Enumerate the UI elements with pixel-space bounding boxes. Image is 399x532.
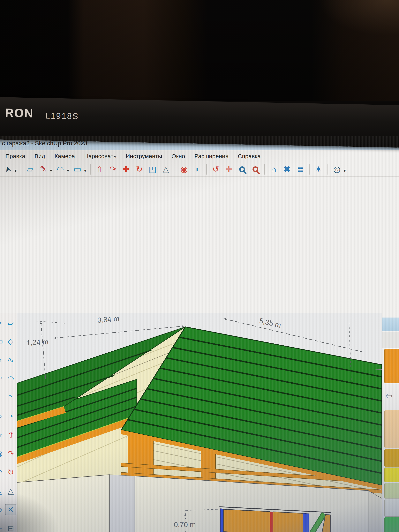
garage-frame-model: 3,84 m 5,35 m 1,24 m 0,70 m 1,73 m ↺ [17,313,382,532]
extension-warehouse-button[interactable]: ✖ [281,163,293,176]
toolbar-separator [264,164,265,175]
palette-row: ▭◇ [0,332,17,351]
clipped-tool-icon: ✎ [0,355,2,364]
arc-icon: ◠ [57,165,64,173]
large-tool-set: ➤▱ ▭◇ ✎∿ ◠◠ ◜◝ ◇◔ ▱⇧ ◉↷ ◠↻ △△ ⊕✕ ⊢⊟ ✎A ↺… [0,313,17,532]
back-arrow-icon[interactable]: ⇦ [385,391,392,401]
palette-offset-button[interactable]: △ [5,485,16,497]
clipped-tool-icon: △ [0,486,2,495]
chevron-down-icon[interactable]: ▼ [66,169,70,173]
sketchup-window: с гаража2 - SketchUp Pro 2023 Правка Вид… [0,136,399,532]
warehouse-3d-button[interactable]: ⌂ [267,163,280,176]
right-sidebar: ⇦ ►Компоне ►Стили ▼Метки ⊕ Назв ⊙▸п ⊙про… [382,313,399,532]
lintel-board-1 [223,509,270,532]
toolbar-separator [90,164,91,175]
material-swatch-orange[interactable] [384,349,399,383]
chevron-down-icon[interactable]: ▼ [83,169,87,173]
toolbar-separator [206,164,207,175]
material-swatch-pale-green[interactable] [384,483,399,499]
account-button[interactable]: ◎ [331,163,343,176]
menu-draw[interactable]: Нарисовать [80,151,121,162]
orbit-tool-button[interactable]: ↺ [209,163,222,176]
select-tool-button[interactable]: ➤ [1,163,14,176]
palette-tape-measure-button[interactable]: ✕ [5,504,16,515]
model-canvas[interactable]: 3,84 m 5,35 m 1,24 m 0,70 m 1,73 m ↺ [17,313,382,532]
palette-eraser-button[interactable]: ▱ [5,317,16,328]
pan-tool-button[interactable]: ✛ [223,163,235,176]
clipped-tool-icon: ➤ [0,318,2,327]
warehouse-upload-button[interactable]: ≣ [294,163,306,176]
push-pull-tool-button[interactable]: ⇧ [93,163,106,176]
material-swatch-goldenrod[interactable] [384,449,399,467]
eraser-icon: ▱ [8,319,14,326]
menu-view[interactable]: Вид [30,151,50,162]
palette-polygon-button[interactable]: ◇ [5,336,16,347]
palette-row: ◜◝ [0,388,17,407]
material-swatch-yellow[interactable] [384,468,399,482]
pan-icon: ✛ [226,165,232,173]
offset-icon: △ [163,165,169,173]
wall-left [17,475,109,532]
menu-edit[interactable]: Правка [1,151,30,162]
follow-me-icon: ↷ [7,450,14,457]
chevron-down-icon[interactable]: ▼ [343,169,347,173]
zoom-extents-button[interactable] [249,163,262,176]
clipped-tool-icon: ◠ [0,468,3,477]
material-swatch-peach[interactable] [384,410,399,448]
right-panel-header-strip [382,317,399,331]
palette-two-point-arc-button[interactable]: ◝ [5,392,16,403]
lintel-divider-red [270,512,273,532]
palette-follow-me-button[interactable]: ↷ [5,448,16,459]
scale-tool-button[interactable]: ◳ [146,163,159,176]
toolbar-separator [328,164,328,175]
eraser-icon: ▱ [27,165,33,173]
menu-tools[interactable]: Инструменты [121,151,167,162]
palette-row: ◇◔ [0,407,17,425]
palette-freehand-button[interactable]: ∿ [5,354,16,366]
zoom-tool-button[interactable] [236,163,248,176]
palette-row: ✎∿ [0,351,17,369]
menu-camera[interactable]: Камера [50,151,80,162]
menu-help[interactable]: Справка [233,151,266,162]
rotate-tool-button[interactable]: ↻ [133,163,146,176]
follow-me-tool-button[interactable]: ↷ [107,163,119,176]
tape-measure-icon: ✕ [7,506,14,513]
palette-row: ⊕✕ [0,500,17,519]
monitor-brand-text: RON [5,106,34,120]
palette-push-pull-button[interactable]: ⇧ [5,429,16,440]
house-download-icon: ⌂ [271,165,276,173]
rotate-icon: ↻ [136,165,143,173]
line-tool-button[interactable]: ✎ [37,163,50,176]
menu-extensions[interactable]: Расширения [190,151,233,162]
orbit-icon: ↺ [212,165,219,173]
material-swatch-off-white[interactable] [384,499,399,517]
freehand-icon: ∿ [7,356,14,364]
offset-tool-button[interactable]: △ [159,163,172,176]
clipped-tool-icon: ⊕ [0,505,2,514]
material-swatch-bright-green[interactable] [384,517,399,532]
arc-tool-button[interactable]: ◠ [54,163,67,176]
move-tool-button[interactable]: ✚ [120,163,132,176]
palette-row: ⊢⊟ [0,519,17,532]
monitor-model-text: L1918S [45,111,79,121]
eraser-tool-button[interactable]: ▱ [24,163,36,176]
rectangle-tool-button[interactable]: ▭ [71,163,84,176]
pencil-icon: ✎ [40,165,47,173]
rectangle-icon: ▭ [74,165,82,173]
menu-window[interactable]: Окно [167,151,190,162]
clipped-tool-icon: ◇ [0,412,2,421]
palette-arc-button[interactable]: ◠ [5,373,16,384]
paint-bucket-button[interactable]: ◗ [191,163,204,176]
chevron-down-icon[interactable]: ▼ [14,169,18,173]
chevron-down-icon[interactable]: ▼ [49,169,53,173]
magnifier-icon [253,166,258,172]
select-icon: ➤ [3,165,13,174]
toolbar-separator [21,164,21,175]
make-component-button[interactable]: ◉ [178,163,190,176]
arc-icon: ◝ [9,393,12,401]
palette-rotate-button[interactable]: ↻ [5,467,16,478]
palette-dimension-button[interactable]: ⊟ [5,523,16,532]
extension-manager-button[interactable]: ✶ [312,163,325,176]
palette-pie-button[interactable]: ◔ [5,411,16,422]
make-component-icon: ◉ [181,165,188,173]
